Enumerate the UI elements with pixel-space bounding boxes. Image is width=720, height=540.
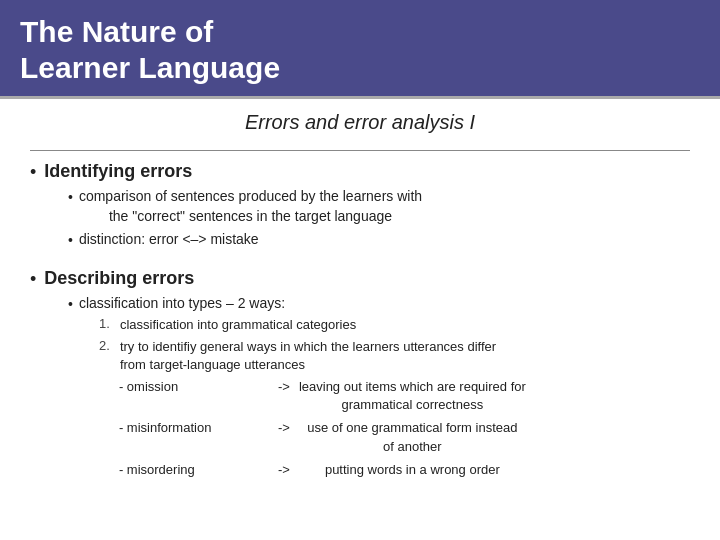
table-arrow-misordering: -> bbox=[269, 461, 299, 479]
num-1: 1. bbox=[99, 316, 115, 331]
num-text-1: classification into grammatical categori… bbox=[120, 316, 356, 334]
error-table: - omission -> leaving out items which ar… bbox=[119, 378, 526, 479]
outer-bullet-1: • bbox=[30, 162, 36, 183]
inner-bullet-1-2: • bbox=[68, 232, 73, 248]
table-left-misinformation: - misinformation bbox=[119, 419, 269, 437]
title-line2: Learner Language bbox=[20, 51, 280, 84]
table-row-misordering: - misordering -> putting words in a wron… bbox=[119, 461, 526, 479]
table-right-misordering: putting words in a wrong order bbox=[299, 461, 526, 479]
identifying-text-1: comparison of sentences produced by the … bbox=[79, 187, 422, 226]
outer-bullet-2: • bbox=[30, 269, 36, 290]
table-left-misordering: - misordering bbox=[119, 461, 269, 479]
table-row-misinformation: - misinformation -> use of one grammatic… bbox=[119, 419, 526, 455]
identifying-sub-1: • comparison of sentences produced by th… bbox=[68, 187, 690, 226]
section-identifying-header: • Identifying errors bbox=[30, 161, 690, 183]
divider bbox=[30, 150, 690, 151]
identifying-sub-items: • comparison of sentences produced by th… bbox=[68, 187, 690, 250]
table-right-omission: leaving out items which are required for… bbox=[299, 378, 526, 414]
table-left-omission: - omission bbox=[119, 378, 269, 396]
section-describing-title: Describing errors bbox=[44, 268, 194, 289]
section-identifying: • Identifying errors • comparison of sen… bbox=[30, 161, 690, 254]
page: The Nature of Learner Language Errors an… bbox=[0, 0, 720, 540]
section-describing: • Describing errors • classification int… bbox=[30, 268, 690, 488]
table-arrow-misinformation: -> bbox=[269, 419, 299, 437]
page-title: The Nature of Learner Language bbox=[20, 14, 700, 86]
inner-bullet-2-1: • bbox=[68, 296, 73, 312]
section-describing-header: • Describing errors bbox=[30, 268, 690, 290]
num-text-2: try to identifiy general ways in which t… bbox=[120, 338, 496, 374]
identifying-sub-2: • distinction: error <–> mistake bbox=[68, 230, 690, 250]
content-area: Errors and error analysis I • Identifyin… bbox=[0, 99, 720, 540]
describing-sub-items: • classification into types – 2 ways: 1.… bbox=[68, 294, 690, 484]
title-line1: The Nature of bbox=[20, 15, 213, 48]
describing-content: classification into types – 2 ways: 1. c… bbox=[79, 294, 526, 484]
section-identifying-title: Identifying errors bbox=[44, 161, 192, 182]
numbered-item-1: 1. classification into grammatical categ… bbox=[99, 316, 526, 334]
num-2: 2. bbox=[99, 338, 115, 353]
inner-bullet-1-1: • bbox=[68, 189, 73, 205]
describing-intro: classification into types – 2 ways: bbox=[79, 295, 285, 311]
identifying-text-2: distinction: error <–> mistake bbox=[79, 230, 259, 250]
table-right-misinformation: use of one grammatical form insteadof an… bbox=[299, 419, 526, 455]
numbered-item-2: 2. try to identifiy general ways in whic… bbox=[99, 338, 526, 374]
header-section: The Nature of Learner Language bbox=[0, 0, 720, 99]
numbered-list: 1. classification into grammatical categ… bbox=[99, 316, 526, 479]
table-arrow-omission: -> bbox=[269, 378, 299, 396]
describing-sub-1: • classification into types – 2 ways: 1.… bbox=[68, 294, 690, 484]
table-row-omission: - omission -> leaving out items which ar… bbox=[119, 378, 526, 414]
subtitle: Errors and error analysis I bbox=[30, 111, 690, 134]
